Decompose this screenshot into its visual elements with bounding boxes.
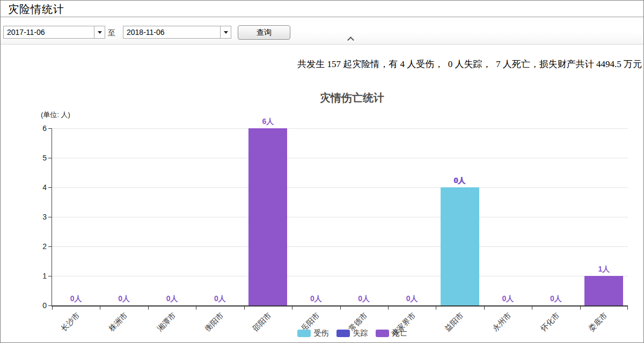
y-axis-tick-label: 0 — [30, 301, 47, 310]
y-axis-tick-label: 5 — [30, 154, 47, 162]
bar-value-label: 6人 — [246, 117, 289, 127]
x-axis-tick — [388, 306, 389, 310]
x-axis-tick — [100, 306, 100, 310]
grid-line — [52, 217, 628, 217]
y-axis-tick — [48, 158, 52, 158]
bar-value-label: 0人 — [295, 294, 338, 304]
x-axis-tick — [244, 306, 245, 310]
y-axis-unit-label: (单位: 人) — [41, 110, 70, 120]
legend-swatch — [336, 330, 350, 337]
query-toolbar: 2017-11-06 至 2018-11-06 查询 — [1, 17, 643, 45]
chart-legend: 受伤失踪死亡 — [60, 329, 644, 338]
page-header: 灾险情统计 — [1, 1, 643, 17]
legend-item-受伤[interactable]: 受伤 — [297, 329, 329, 338]
bar-value-label: 0人 — [103, 294, 145, 304]
date-from-value: 2017-11-06 — [4, 28, 94, 37]
x-axis-tick — [436, 306, 436, 310]
grid-line — [52, 128, 628, 129]
chevron-down-icon — [224, 31, 228, 34]
disaster-statistics-page: 灾险情统计 2017-11-06 至 2018-11-06 查询 共发生 157… — [0, 0, 644, 343]
y-axis-tick-label: 2 — [30, 242, 47, 251]
y-axis-tick — [48, 128, 52, 129]
date-from-dropdown-button[interactable] — [94, 26, 105, 38]
query-button[interactable]: 查询 — [238, 25, 290, 40]
chart-title: 灾情伤亡统计 — [60, 91, 644, 105]
bar-value-label: 0人 — [535, 294, 577, 304]
chevron-up-icon — [347, 37, 354, 43]
bar[interactable] — [584, 276, 623, 305]
grid-line — [52, 158, 628, 158]
legend-swatch — [297, 330, 311, 337]
x-axis-tick — [196, 306, 196, 310]
bar[interactable] — [248, 128, 287, 305]
bar-value-label: 0人 — [342, 294, 385, 304]
page-title: 灾险情统计 — [8, 2, 64, 17]
date-to-value: 2018-11-06 — [123, 28, 220, 37]
x-axis-tick — [484, 306, 485, 310]
bar-value-label: 0人 — [486, 294, 529, 304]
bar-value-label: 0人 — [391, 294, 434, 304]
x-axis-tick — [292, 306, 292, 310]
y-axis-tick — [48, 305, 52, 306]
x-axis-tick — [532, 306, 532, 310]
bar-value-label: 0人 — [199, 294, 241, 304]
chevron-down-icon — [98, 31, 102, 34]
date-from-select[interactable]: 2017-11-06 — [3, 26, 105, 39]
date-to-dropdown-button[interactable] — [220, 26, 231, 38]
legend-label: 死亡 — [392, 329, 407, 338]
grid-line — [52, 187, 628, 188]
bar-chart-plot-area: 01234560人长沙市0人株洲市0人湘潭市0人衡阳市6人邵阳市0人岳阳市0人常… — [52, 128, 628, 306]
y-axis-tick — [48, 276, 52, 276]
y-axis-tick — [48, 217, 52, 217]
bar[interactable] — [441, 187, 479, 305]
legend-label: 失踪 — [353, 329, 368, 338]
grid-line — [52, 246, 628, 247]
x-axis-tick — [148, 306, 149, 310]
x-axis-tick — [340, 306, 341, 310]
x-axis-tick — [627, 306, 628, 310]
bar-value-label: 0人 — [438, 176, 481, 186]
legend-label: 受伤 — [314, 329, 329, 338]
legend-item-失踪[interactable]: 失踪 — [336, 329, 368, 338]
grid-line — [52, 276, 628, 276]
bar-value-label: 1人 — [582, 265, 625, 274]
x-axis-tick — [580, 306, 581, 310]
summary-text: 共发生 157 起灾险情，有 4 人受伤， 0 人失踪， 7 人死亡，损失财产共… — [297, 58, 642, 70]
bar-value-label: 0人 — [151, 294, 194, 304]
y-axis-tick-label: 6 — [30, 124, 47, 133]
date-range-to-label: 至 — [108, 28, 115, 38]
x-axis-tick — [52, 306, 53, 310]
legend-item-死亡[interactable]: 死亡 — [376, 329, 407, 338]
y-axis-tick-label: 3 — [30, 213, 47, 221]
date-to-select[interactable]: 2018-11-06 — [123, 26, 231, 39]
y-axis-tick — [48, 246, 52, 247]
y-axis-tick-label: 4 — [30, 183, 47, 192]
collapse-panel-handle[interactable] — [348, 38, 353, 42]
y-axis-tick — [48, 187, 52, 188]
legend-swatch — [376, 330, 389, 337]
y-axis-tick-label: 1 — [30, 272, 47, 280]
bar-value-label: 0人 — [55, 294, 98, 304]
